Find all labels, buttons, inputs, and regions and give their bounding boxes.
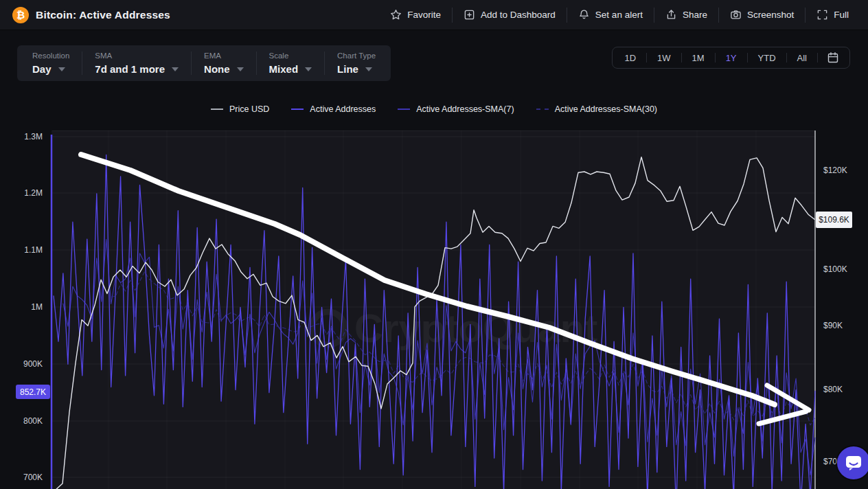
range-1y-button[interactable]: 1Y <box>716 47 747 68</box>
action-label: Add to Dashboard <box>481 10 556 20</box>
chevron-down-icon <box>237 67 244 71</box>
right-axis-tick-label: $80K <box>823 384 843 395</box>
right-axis-tick-label: $90K <box>823 320 843 331</box>
left-axis-tick-label: 1.1M <box>0 244 43 255</box>
range-all-button[interactable]: All <box>787 47 817 68</box>
bell-icon <box>578 9 590 21</box>
param-value: Line <box>337 63 358 75</box>
action-label: Favorite <box>407 10 441 20</box>
legend-swatch <box>398 109 410 111</box>
topbar: ₿ Bitcoin: Active Addresses FavoriteAdd … <box>0 0 868 30</box>
left-axis-tick-label: 1.2M <box>0 187 43 198</box>
time-range-selector: 1D1W1M1YYTDAll <box>612 47 850 69</box>
action-label: Share <box>683 10 707 20</box>
legend-swatch <box>536 109 549 110</box>
full-button[interactable]: Full <box>805 8 860 23</box>
legend-swatch <box>211 109 223 111</box>
range-ytd-button[interactable]: YTD <box>748 47 786 68</box>
right-axis-tick-label: $120K <box>823 165 847 176</box>
calendar-icon <box>827 52 839 64</box>
legend-label: Price USD <box>229 104 269 114</box>
add-to-dashboard-button[interactable]: Add to Dashboard <box>452 8 567 23</box>
chevron-down-icon <box>365 67 372 71</box>
param-label: Scale <box>269 52 312 60</box>
share-icon <box>665 9 677 21</box>
action-label: Set an alert <box>595 10 643 20</box>
legend-label: Active Addresses-SMA(7) <box>416 104 514 114</box>
chat-widget-button[interactable] <box>837 446 868 479</box>
param-label: SMA <box>95 52 179 60</box>
legend-item-price-usd[interactable]: Price USD <box>211 104 269 114</box>
bitcoin-logo-icon: ₿ <box>12 7 29 23</box>
page-title: Bitcoin: Active Addresses <box>36 9 170 21</box>
left-axis-tick-label: 800K <box>0 416 43 427</box>
chart-parameters-toolbar: ResolutionDaySMA7d and 1 moreEMANoneScal… <box>17 45 391 81</box>
favorite-button[interactable]: Favorite <box>379 8 452 23</box>
chart-plot-area[interactable]: CryptoQuant 852.7K $109.6K 1.3M1.2M1.1M1… <box>0 130 868 489</box>
action-label: Screenshot <box>747 10 794 20</box>
custom-date-range-button[interactable] <box>818 52 848 64</box>
fullscreen-icon <box>816 9 828 21</box>
param-resolution-dropdown[interactable]: ResolutionDay <box>20 52 82 75</box>
param-value: Mixed <box>269 63 299 75</box>
legend-item-active-addresses[interactable]: Active Addresses <box>291 104 376 114</box>
param-ema-dropdown[interactable]: EMANone <box>191 52 256 75</box>
topbar-actions: FavoriteAdd to DashboardSet an alertShar… <box>379 0 860 30</box>
legend-label: Active Addresses-SMA(30) <box>555 104 657 114</box>
legend-item-active-addresses-sma-7-[interactable]: Active Addresses-SMA(7) <box>398 104 514 114</box>
param-chart-type-dropdown[interactable]: Chart TypeLine <box>324 52 388 75</box>
left-axis-tick-label: 1.3M <box>0 131 43 142</box>
chat-bubble-icon <box>844 453 863 473</box>
screenshot-button[interactable]: Screenshot <box>718 8 805 23</box>
price-last-value-badge: $109.6K <box>816 212 852 228</box>
watermark: CryptoQuant <box>354 306 597 350</box>
param-sma-dropdown[interactable]: SMA7d and 1 more <box>82 52 191 75</box>
chart-legend: Price USDActive AddressesActive Addresse… <box>0 104 868 114</box>
param-value: 7d and 1 more <box>95 63 165 75</box>
param-label: EMA <box>204 52 244 60</box>
left-axis-tick-label: 1M <box>0 302 43 312</box>
chevron-down-icon <box>172 67 179 71</box>
left-axis-tick-label: 900K <box>0 359 43 369</box>
left-axis-tick-label: 700K <box>0 472 43 483</box>
dashboard-add-icon <box>464 9 475 21</box>
share-button[interactable]: Share <box>654 8 718 23</box>
param-label: Chart Type <box>337 52 376 60</box>
legend-item-active-addresses-sma-30-[interactable]: Active Addresses-SMA(30) <box>536 104 657 114</box>
param-scale-dropdown[interactable]: ScaleMixed <box>256 52 325 75</box>
camera-icon <box>730 9 742 21</box>
range-1m-button[interactable]: 1M <box>682 47 715 68</box>
param-value: Day <box>32 63 52 75</box>
range-1w-button[interactable]: 1W <box>647 47 681 68</box>
chart-canvas[interactable]: CryptoQuant <box>0 130 868 489</box>
set-an-alert-button[interactable]: Set an alert <box>567 8 654 23</box>
legend-swatch <box>291 109 304 111</box>
star-icon <box>390 9 402 21</box>
param-value: None <box>204 63 230 75</box>
right-axis-tick-label: $100K <box>823 264 847 275</box>
active-addresses-last-value-badge: 852.7K <box>16 385 50 399</box>
chevron-down-icon <box>305 67 312 71</box>
param-label: Resolution <box>32 52 69 60</box>
chevron-down-icon <box>58 67 65 71</box>
range-1d-button[interactable]: 1D <box>614 47 646 68</box>
action-label: Full <box>834 10 849 20</box>
legend-label: Active Addresses <box>310 104 376 114</box>
